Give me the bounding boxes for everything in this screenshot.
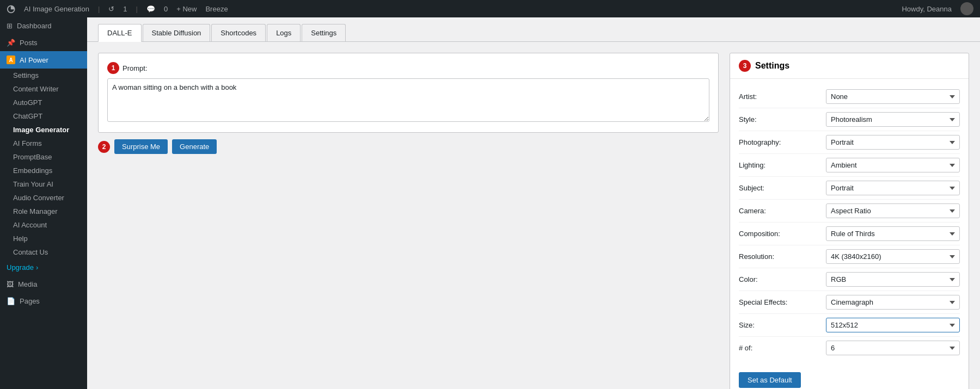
- set-default-button[interactable]: Set as Default: [739, 372, 801, 388]
- sidebar-chatgpt[interactable]: ChatGPT: [0, 109, 87, 123]
- sidebar-contact-us[interactable]: Contact Us: [0, 245, 87, 259]
- sidebar-item-pages[interactable]: 📄 Pages: [0, 293, 87, 310]
- special-effects-select[interactable]: CinemagraphDouble Exposure: [826, 295, 960, 310]
- size-label: Size:: [739, 321, 826, 329]
- prompt-label: 1 Prompt:: [107, 62, 709, 74]
- surprise-me-button[interactable]: Surprise Me: [114, 139, 168, 154]
- settings-header: 3 Settings: [730, 53, 969, 79]
- sidebar-embeddings[interactable]: Embeddings: [0, 164, 87, 177]
- howdy-text: Howdy, Deanna: [902, 5, 952, 13]
- sidebar-train-your-ai[interactable]: Train Your AI: [0, 177, 87, 191]
- composition-label: Composition:: [739, 230, 826, 238]
- color-row: Color: RGBBlack & White: [739, 268, 960, 291]
- ai-power-icon: A: [7, 55, 15, 64]
- buttons-row: 2 Surprise Me Generate: [98, 139, 719, 154]
- artist-row: Artist: NoneLeonardo da VinciPicasso: [739, 85, 960, 108]
- number-of-label: # of:: [739, 344, 826, 352]
- posts-icon: 📌: [7, 39, 15, 47]
- step-2-badge: 2: [98, 141, 110, 153]
- color-label: Color:: [739, 275, 826, 283]
- admin-bar: ◔ AI Image Generation | ↺ 1 | 💬 0 + New …: [0, 0, 980, 17]
- number-of-row: # of: 123456: [739, 337, 960, 359]
- tab-logs[interactable]: Logs: [267, 24, 301, 41]
- resolution-select[interactable]: 4K (3840x2160)1080p: [826, 249, 960, 264]
- wp-logo-icon: ◔: [7, 3, 15, 15]
- tab-dalle[interactable]: DALL-E: [98, 24, 142, 42]
- style-select[interactable]: PhotorealismAbstract: [826, 112, 960, 127]
- camera-select[interactable]: Aspect RatioDSLR: [826, 203, 960, 218]
- main-content: DALL-E Stable Diffusion Shortcodes Logs …: [87, 17, 980, 389]
- tabs-bar: DALL-E Stable Diffusion Shortcodes Logs …: [87, 17, 980, 42]
- sidebar-item-media[interactable]: 🖼 Media: [0, 276, 87, 293]
- style-label: Style:: [739, 115, 826, 124]
- lighting-select[interactable]: AmbientNatural: [826, 158, 960, 172]
- lighting-row: Lighting: AmbientNatural: [739, 154, 960, 177]
- tab-stable-diffusion[interactable]: Stable Diffusion: [143, 24, 211, 41]
- sidebar-content-writer[interactable]: Content Writer: [0, 82, 87, 96]
- sidebar-ai-forms[interactable]: AI Forms: [0, 137, 87, 150]
- adminbar-sep: |: [98, 5, 100, 13]
- subject-label: Subject:: [739, 184, 826, 192]
- photography-label: Photography:: [739, 138, 826, 146]
- tab-settings[interactable]: Settings: [302, 24, 346, 41]
- comment-count[interactable]: 0: [164, 5, 168, 13]
- lighting-label: Lighting:: [739, 161, 826, 169]
- content-area: 1 Prompt: 2 Surprise Me Generate 3 Setti…: [87, 42, 980, 389]
- new-button[interactable]: + New: [176, 5, 197, 13]
- composition-row: Composition: Rule of ThirdsGolden Ratio: [739, 223, 960, 245]
- subject-row: Subject: PortraitNature: [739, 177, 960, 200]
- step-1-badge: 1: [107, 62, 119, 74]
- sidebar-promptbase[interactable]: PromptBase: [0, 150, 87, 164]
- photography-row: Photography: PortraitLandscape: [739, 131, 960, 154]
- artist-label: Artist:: [739, 92, 826, 101]
- settings-panel: 3 Settings Artist: NoneLeonardo da Vinci…: [730, 53, 969, 389]
- left-panel: 1 Prompt: 2 Surprise Me Generate: [98, 53, 719, 154]
- camera-label: Camera:: [739, 207, 826, 215]
- sidebar-item-dashboard[interactable]: ⊞ Dashboard: [0, 17, 87, 34]
- sidebar-upgrade-button[interactable]: Upgrade ›: [0, 259, 87, 276]
- composition-select[interactable]: Rule of ThirdsGolden Ratio: [826, 226, 960, 241]
- sidebar-item-posts[interactable]: 📌 Posts: [0, 34, 87, 51]
- tab-shortcodes[interactable]: Shortcodes: [211, 24, 266, 41]
- sidebar-image-generator[interactable]: Image Generator: [0, 123, 87, 137]
- special-effects-row: Special Effects: CinemagraphDouble Expos…: [739, 291, 960, 314]
- pages-icon: 📄: [7, 297, 15, 305]
- photography-select[interactable]: PortraitLandscape: [826, 135, 960, 150]
- comment-icon: 💬: [146, 5, 155, 13]
- adminbar-sep2: |: [136, 5, 138, 13]
- sidebar-settings[interactable]: Settings: [0, 69, 87, 82]
- update-icon: ↺: [108, 5, 114, 13]
- settings-body: Artist: NoneLeonardo da VinciPicasso Sty…: [730, 79, 969, 366]
- sidebar-autogpt[interactable]: AutoGPT: [0, 96, 87, 109]
- resolution-row: Resolution: 4K (3840x2160)1080p: [739, 245, 960, 268]
- size-select[interactable]: 512x512256x2561024x1024: [826, 318, 960, 332]
- size-row: Size: 512x512256x2561024x1024: [739, 314, 960, 337]
- sidebar-ai-account[interactable]: AI Account: [0, 218, 87, 232]
- update-count[interactable]: 1: [123, 5, 127, 13]
- sidebar-item-ai-power[interactable]: A AI Power: [0, 51, 87, 69]
- user-avatar: [960, 2, 973, 15]
- prompt-textarea[interactable]: [107, 78, 709, 122]
- subject-select[interactable]: PortraitNature: [826, 181, 960, 195]
- step-3-badge: 3: [739, 60, 751, 72]
- resolution-label: Resolution:: [739, 252, 826, 261]
- sidebar-audio-converter[interactable]: Audio Converter: [0, 191, 87, 205]
- breeze-label[interactable]: Breeze: [205, 5, 228, 13]
- sidebar-help[interactable]: Help: [0, 232, 87, 245]
- generate-button[interactable]: Generate: [172, 139, 217, 154]
- artist-select[interactable]: NoneLeonardo da VinciPicasso: [826, 89, 960, 104]
- camera-row: Camera: Aspect RatioDSLR: [739, 200, 960, 223]
- color-select[interactable]: RGBBlack & White: [826, 272, 960, 287]
- prompt-section: 1 Prompt:: [98, 53, 719, 133]
- site-name[interactable]: AI Image Generation: [24, 5, 89, 13]
- sidebar: ⊞ Dashboard 📌 Posts A AI Power Settings …: [0, 17, 87, 389]
- dashboard-icon: ⊞: [7, 22, 13, 30]
- style-row: Style: PhotorealismAbstract: [739, 108, 960, 131]
- media-icon: 🖼: [7, 280, 14, 288]
- sidebar-role-manager[interactable]: Role Manager: [0, 205, 87, 218]
- number-of-select[interactable]: 123456: [826, 341, 960, 355]
- special-effects-label: Special Effects:: [739, 298, 826, 306]
